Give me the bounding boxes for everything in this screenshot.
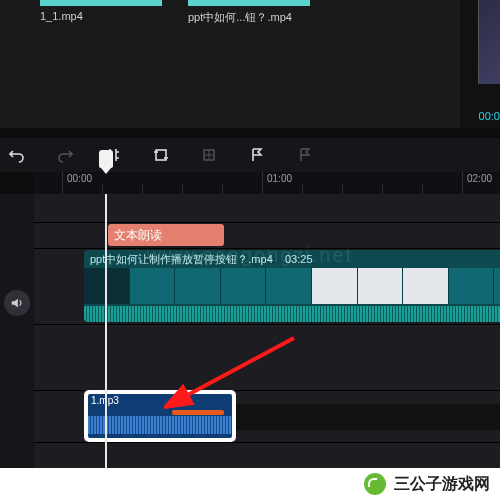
mute-button[interactable]: [4, 290, 30, 316]
video-clip[interactable]: ppt中如何让制作播放暂停按钮？.mp4 03:25: [84, 250, 500, 322]
playhead-line[interactable]: [105, 194, 107, 468]
svg-line-4: [182, 338, 294, 398]
brand-text: 三公子游戏网: [394, 474, 490, 495]
audio-track[interactable]: [234, 404, 500, 430]
undo-button[interactable]: [6, 144, 28, 166]
ruler-tick-1: 01:00: [262, 172, 292, 194]
redo-button[interactable]: [54, 144, 76, 166]
media-clip-2-filename: ppt中如何...钮？.mp4: [188, 10, 292, 25]
preview-timestamp: 00:0: [479, 110, 500, 122]
brand-logo-icon: [364, 473, 386, 495]
video-waveform: [84, 306, 500, 322]
video-clip-title: ppt中如何让制作播放暂停按钮？.mp4: [90, 253, 273, 265]
audio-waveform: [88, 416, 232, 434]
playhead-handle[interactable]: [99, 150, 113, 168]
timeline-ruler[interactable]: 00:00 01:00 02:00: [34, 172, 500, 194]
preview-pane: 00:0: [460, 0, 500, 128]
media-library: 1_1.mp4 ppt中如何...钮？.mp4 00:0: [0, 0, 500, 128]
track-header-column: [0, 194, 34, 468]
audio-clip[interactable]: 1.mp3: [86, 392, 234, 440]
video-clip-duration: 03:25: [285, 253, 313, 265]
media-clip-2[interactable]: ppt中如何...钮？.mp4: [188, 0, 310, 6]
text-label-clip[interactable]: 文本朗读: [108, 224, 224, 246]
media-clip-1[interactable]: 1_1.mp4: [40, 0, 162, 6]
media-clip-1-filename: 1_1.mp4: [40, 10, 83, 22]
ruler-tick-2: 02:00: [462, 172, 492, 194]
tracks-area[interactable]: 文本朗读 ppt中如何让制作播放暂停按钮？.mp4 03:25: [34, 194, 500, 468]
freeze-button[interactable]: [198, 144, 220, 166]
marker2-button[interactable]: [294, 144, 316, 166]
timeline-toolbar: [0, 138, 500, 172]
timeline: 文本朗读 ppt中如何让制作播放暂停按钮？.mp4 03:25: [0, 194, 500, 468]
crop-button[interactable]: [150, 144, 172, 166]
marker-button[interactable]: [246, 144, 268, 166]
ruler-tick-0: 00:00: [62, 172, 92, 194]
brand-footer: 三公子游戏网: [0, 468, 500, 500]
